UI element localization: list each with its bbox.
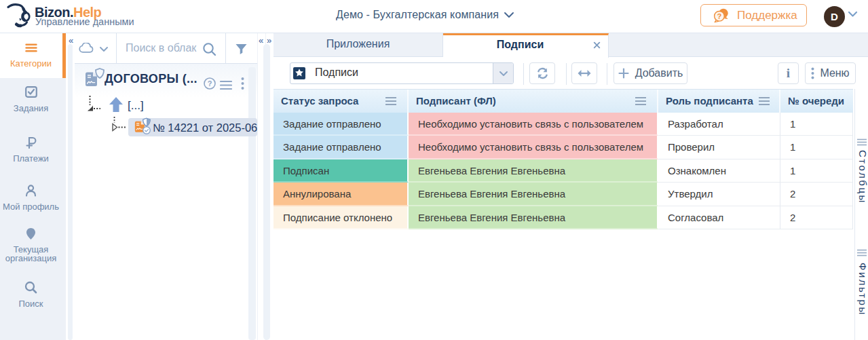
svg-text:?: ?: [717, 12, 722, 20]
svg-text:?: ?: [208, 79, 212, 88]
